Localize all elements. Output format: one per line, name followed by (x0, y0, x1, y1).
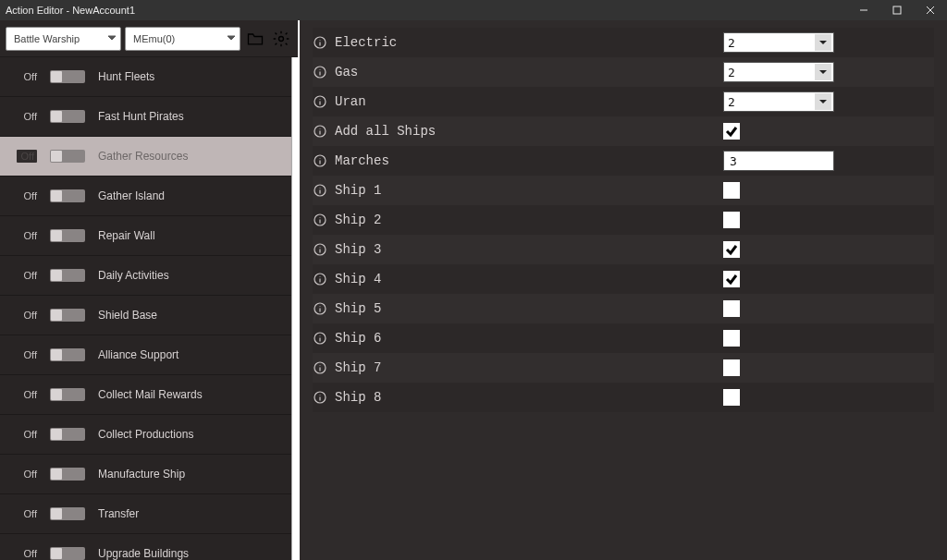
action-item[interactable]: OffShield Base (0, 296, 292, 335)
info-icon[interactable] (313, 301, 327, 316)
setting-label: Ship 5 (335, 301, 723, 316)
setting-label: Ship 8 (335, 390, 723, 405)
action-item[interactable]: OffUpgrade Buildings (0, 534, 292, 560)
action-item[interactable]: OffFast Hunt Pirates (0, 97, 292, 137)
action-item[interactable]: OffManufacture Ship (0, 455, 292, 494)
info-icon[interactable] (313, 124, 327, 139)
emulator-select-value: MEmu(0) (133, 33, 175, 44)
toggle-switch[interactable] (50, 309, 85, 322)
action-item[interactable]: OffGather Resources (0, 137, 292, 177)
action-item[interactable]: OffHunt Fleets (0, 57, 292, 97)
action-label: Shield Base (98, 309, 276, 322)
close-button[interactable] (914, 0, 947, 20)
select-value: 2 (728, 95, 735, 109)
setting-label: Gas (335, 65, 723, 79)
info-icon[interactable] (313, 94, 327, 109)
setting-row: Gas2 (313, 57, 934, 87)
toggle-switch[interactable] (50, 70, 85, 83)
setting-row: Ship 1 (313, 176, 934, 205)
info-icon[interactable] (313, 272, 327, 286)
action-item[interactable]: OffCollect Mail Rewards (0, 375, 292, 415)
info-icon[interactable] (313, 331, 327, 346)
info-icon[interactable] (313, 35, 327, 50)
setting-row: Uran2 (313, 87, 934, 116)
folder-button[interactable] (244, 28, 266, 50)
info-icon[interactable] (313, 213, 327, 227)
setting-select[interactable]: 2 (723, 91, 834, 112)
toggle-switch[interactable] (50, 507, 85, 520)
toggle-switch[interactable] (50, 428, 85, 441)
title-bar: Action Editor - NewAccount1 (0, 0, 947, 20)
toggle-state-label: Off (17, 71, 37, 82)
toggle-switch[interactable] (50, 388, 85, 401)
toggle-state-label: Off (17, 270, 37, 281)
minimize-button[interactable] (847, 0, 880, 20)
setting-checkbox[interactable] (723, 330, 740, 347)
toggle-switch[interactable] (50, 269, 85, 282)
toggle-switch[interactable] (50, 468, 85, 481)
setting-checkbox[interactable] (723, 359, 740, 376)
toggle-state-label: Off (17, 150, 37, 163)
info-icon[interactable] (313, 153, 327, 168)
setting-row: Ship 8 (313, 383, 934, 412)
setting-select[interactable]: 2 (723, 62, 834, 82)
sidebar: Battle Warship MEmu(0) OffHunt FleetsOff… (0, 20, 300, 560)
sidebar-toolbar: Battle Warship MEmu(0) (0, 20, 298, 57)
setting-row: Ship 3 (313, 235, 934, 264)
game-select[interactable]: Battle Warship (6, 27, 121, 51)
chevron-down-icon (815, 64, 831, 80)
action-item[interactable]: OffGather Island (0, 177, 292, 216)
setting-checkbox[interactable] (723, 182, 740, 199)
action-label: Collect Mail Rewards (98, 388, 276, 401)
setting-label: Electric (335, 35, 723, 50)
toggle-state-label: Off (17, 508, 37, 519)
toggle-switch[interactable] (50, 189, 85, 202)
setting-checkbox[interactable] (723, 300, 740, 317)
setting-checkbox[interactable] (723, 241, 740, 258)
action-list: OffHunt FleetsOffFast Hunt PiratesOffGat… (0, 57, 298, 560)
info-icon[interactable] (313, 360, 327, 375)
setting-row: Ship 4 (313, 264, 934, 294)
setting-input[interactable]: 3 (723, 151, 834, 171)
setting-row: Add all Ships (313, 116, 934, 146)
action-item[interactable]: OffTransfer (0, 494, 292, 534)
setting-label: Ship 2 (335, 213, 723, 227)
game-select-value: Battle Warship (14, 33, 80, 44)
info-icon[interactable] (313, 390, 327, 405)
select-value: 2 (728, 36, 735, 50)
action-label: Upgrade Buildings (98, 547, 276, 560)
setting-label: Marches (335, 153, 723, 168)
input-value: 3 (730, 154, 737, 168)
setting-checkbox[interactable] (723, 212, 740, 228)
setting-checkbox[interactable] (723, 389, 740, 406)
settings-button[interactable] (270, 28, 292, 50)
toggle-switch[interactable] (50, 348, 85, 361)
info-icon[interactable] (313, 242, 327, 257)
setting-label: Ship 7 (335, 360, 723, 375)
info-icon[interactable] (313, 65, 327, 79)
action-label: Transfer (98, 507, 276, 520)
emulator-select[interactable]: MEmu(0) (125, 27, 240, 51)
action-item[interactable]: OffDaily Activities (0, 256, 292, 296)
setting-checkbox[interactable] (723, 123, 740, 140)
toggle-switch[interactable] (50, 547, 85, 560)
toggle-state-label: Off (17, 310, 37, 321)
action-label: Hunt Fleets (98, 70, 276, 83)
info-icon[interactable] (313, 183, 327, 198)
action-item[interactable]: OffRepair Wall (0, 216, 292, 256)
toggle-switch[interactable] (50, 110, 85, 123)
action-item[interactable]: OffAlliance Support (0, 335, 292, 375)
toggle-switch[interactable] (50, 150, 85, 163)
toggle-state-label: Off (17, 190, 37, 201)
maximize-button[interactable] (880, 0, 914, 20)
window-title: Action Editor - NewAccount1 (6, 5, 135, 16)
setting-row: Ship 5 (313, 294, 934, 323)
toggle-state-label: Off (17, 389, 37, 400)
action-item[interactable]: OffCollect Productions (0, 415, 292, 455)
setting-label: Ship 4 (335, 272, 723, 286)
setting-checkbox[interactable] (723, 271, 740, 287)
window-buttons (847, 0, 947, 20)
toggle-switch[interactable] (50, 229, 85, 242)
setting-select[interactable]: 2 (723, 32, 834, 53)
toggle-state-label: Off (17, 548, 37, 559)
